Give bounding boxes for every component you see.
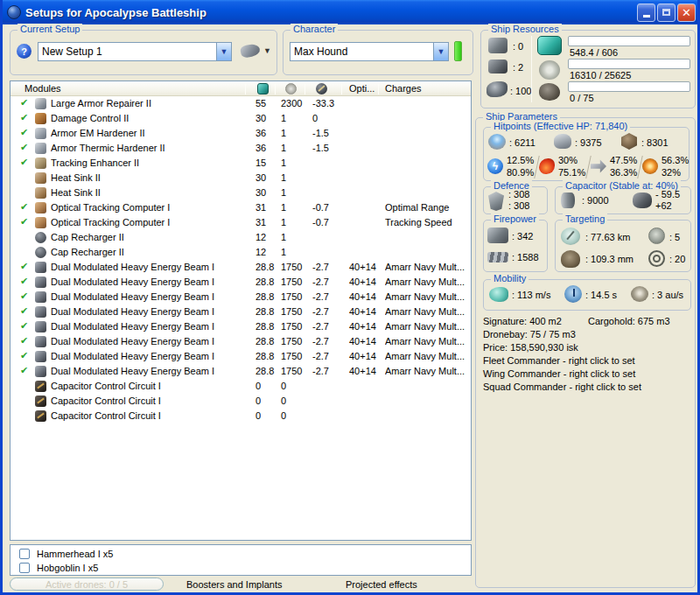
module-row[interactable]: ✔Dual Modulated Heavy Energy Beam I28.81… [10, 275, 471, 290]
drone-checkbox[interactable] [19, 563, 30, 573]
max-speed-value: : 113 m/s [512, 290, 550, 300]
module-cap-use: -2.7 [312, 336, 329, 346]
module-row[interactable]: ✔Dual Modulated Heavy Energy Beam I28.81… [10, 334, 471, 349]
module-row[interactable]: Capacitor Control Circuit I00 [10, 394, 471, 409]
minimize-button[interactable] [637, 4, 655, 22]
targeting-group: Targeting : 77.63 km : 5 : 109.3 mm : 20 [555, 220, 691, 272]
beam-module-icon [35, 276, 46, 288]
otc-module-icon [35, 217, 46, 228]
wing-commander-text[interactable]: Wing Commander - right click to set [483, 368, 635, 379]
module-optimal: 40+14 [349, 321, 376, 332]
module-row[interactable]: ✔Dual Modulated Heavy Energy Beam I28.81… [10, 290, 471, 304]
capacitor-icon [561, 192, 575, 208]
close-button[interactable]: ✕ [677, 4, 696, 22]
module-cap-use: -0.7 [312, 202, 329, 213]
projected-effects-section[interactable]: Projected effects [346, 579, 417, 590]
fitted-check-icon: ✔ [20, 350, 28, 361]
module-name: Dual Modulated Heavy Energy Beam I [51, 366, 242, 376]
beam-module-icon [35, 336, 46, 347]
module-row[interactable]: ✔Large Armor Repairer II552300-33.3 [10, 96, 471, 111]
module-row[interactable]: ✔Tracking Enhancer II151 [10, 156, 471, 171]
module-row[interactable]: ✔Damage Control II3010 [10, 111, 471, 126]
warp-speed-icon [631, 286, 648, 302]
module-row[interactable]: ✔Dual Modulated Heavy Energy Beam I28.81… [10, 260, 471, 275]
fitted-check-icon: ✔ [20, 320, 28, 332]
module-name: Armor EM Hardener II [51, 128, 242, 138]
cpu-column-icon[interactable] [257, 83, 269, 94]
module-row[interactable]: ✔Optical Tracking Computer I311-0.7Track… [10, 215, 471, 230]
optimal-column-header[interactable]: Opti... [349, 83, 374, 94]
drone-row[interactable]: Hammerhead I x5 [19, 547, 113, 561]
launcher-slots-value: : 2 [513, 62, 523, 73]
maximize-button[interactable] [657, 4, 676, 22]
module-cpu: 28.8 [256, 276, 274, 287]
help-icon[interactable]: ? [17, 44, 32, 59]
module-optimal: 40+14 [349, 276, 376, 287]
chevron-down-icon[interactable]: ▼ [433, 43, 448, 60]
module-cap-use: -2.7 [312, 351, 329, 361]
drone-row[interactable]: Hobgoblin I x5 [19, 561, 98, 575]
module-row[interactable]: ✔Dual Modulated Heavy Energy Beam I28.81… [10, 349, 471, 364]
module-powergrid: 1750 [281, 336, 302, 346]
firepower-label: Firepower [491, 214, 539, 224]
module-row[interactable]: Heat Sink II301 [10, 171, 471, 186]
module-row[interactable]: ✔Optical Tracking Computer I311-0.7Optim… [10, 200, 471, 215]
drones-list[interactable]: Hammerhead I x5 Hobgoblin I x5 [10, 544, 472, 576]
chevron-down-icon[interactable]: ▼ [216, 43, 231, 60]
dronebay-icon [539, 83, 560, 101]
module-name: Dual Modulated Heavy Energy Beam I [51, 321, 242, 332]
module-row[interactable]: Heat Sink II301 [10, 186, 471, 200]
module-cpu: 30 [256, 187, 266, 198]
fleet-commander-text[interactable]: Fleet Commander - right click to set [483, 355, 635, 366]
explosive-resist-icon [642, 158, 658, 174]
powergrid-column-icon[interactable] [285, 83, 297, 94]
fitted-check-icon: ✔ [20, 127, 28, 138]
kinetic-resist-icon [591, 158, 606, 174]
ship-menu-button[interactable]: ▼ [241, 45, 271, 57]
hardener-module-icon [35, 143, 46, 154]
charges-column-header[interactable]: Charges [385, 83, 422, 94]
divider [531, 36, 532, 102]
title-bar[interactable]: Setups for Apocalypse Battleship ✕ [0, 0, 700, 24]
modules-list[interactable]: Modules Opti... Charges ✔Large Armor Rep… [10, 80, 472, 541]
squad-commander-text[interactable]: Squad Commander - right click to set [483, 382, 641, 392]
module-row[interactable]: Cap Recharger II121 [10, 230, 471, 245]
character-combobox[interactable]: Max Hound ▼ [290, 42, 449, 61]
drone-checkbox[interactable] [19, 549, 30, 559]
module-row[interactable]: Capacitor Control Circuit I00 [10, 379, 471, 394]
em-shield-resist: 12.5% [507, 154, 534, 166]
module-row[interactable]: Capacitor Control Circuit I00 [10, 409, 471, 424]
modules-column-header[interactable]: Modules [24, 83, 61, 94]
module-cap-use: -2.7 [312, 321, 329, 332]
boosters-implants-section[interactable]: Boosters and Implants [186, 579, 282, 590]
sensor-strength-value: : 20 [669, 254, 685, 264]
active-drones-text: Active drones: 0 / 5 [46, 579, 128, 590]
active-drones-progress[interactable]: Active drones: 0 / 5 [10, 578, 164, 591]
fitted-check-icon: ✔ [20, 112, 28, 123]
module-cpu: 36 [256, 143, 266, 153]
dronebay-usage-text: 0 / 75 [570, 93, 594, 103]
module-charge: Amarr Navy Mult... [385, 366, 471, 376]
targeting-range-icon [561, 228, 580, 245]
fitted-check-icon: ✔ [20, 97, 28, 108]
enhancer-module-icon [35, 158, 46, 169]
module-powergrid: 1 [281, 232, 286, 242]
capacitor-column-icon[interactable] [316, 83, 327, 94]
module-row[interactable]: ✔Dual Modulated Heavy Energy Beam I28.81… [10, 304, 471, 319]
module-cpu: 0 [256, 410, 261, 421]
hitpoints-group: Hitpoints (Effective HP: 71,840) : 6211 … [483, 127, 690, 181]
module-row[interactable]: ✔Dual Modulated Heavy Energy Beam I28.81… [10, 319, 471, 334]
module-row[interactable]: ✔Armor Thermic Hardener II361-1.5 [10, 141, 471, 156]
module-powergrid: 1 [281, 172, 286, 183]
powergrid-icon [539, 60, 560, 80]
module-row[interactable]: ✔Armor EM Hardener II361-1.5 [10, 126, 471, 141]
modules-list-header[interactable]: Modules Opti... Charges [10, 81, 471, 96]
module-row[interactable]: ✔Dual Modulated Heavy Energy Beam I28.81… [10, 364, 471, 379]
module-name: Dual Modulated Heavy Energy Beam I [51, 276, 242, 287]
module-powergrid: 1 [281, 202, 286, 213]
ship-parameters-group: Ship Parameters Hitpoints (Effective HP:… [475, 117, 696, 588]
turret-slots-icon [488, 38, 508, 53]
fitted-check-icon: ✔ [20, 216, 28, 228]
setup-combobox[interactable]: New Setup 1 ▼ [38, 42, 232, 61]
module-row[interactable]: Cap Recharger II121 [10, 245, 471, 260]
